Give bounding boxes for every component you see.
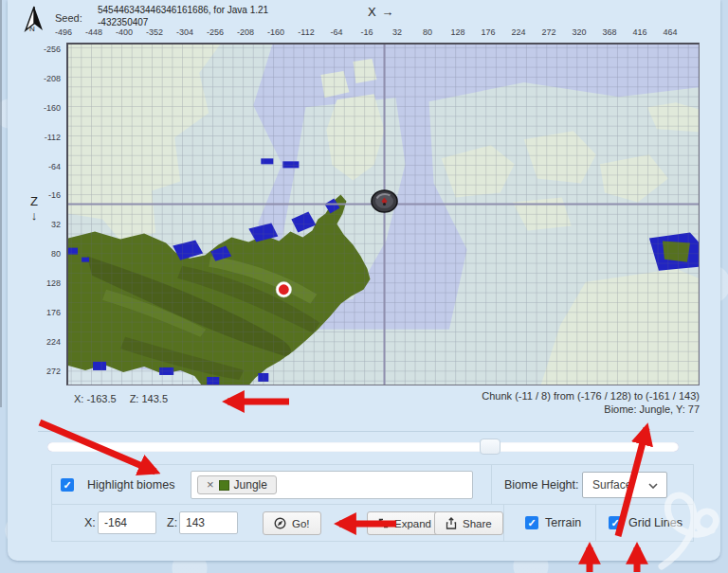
z-field-label: Z: xyxy=(167,516,177,529)
expand-icon xyxy=(378,518,389,528)
z-tick: -64 xyxy=(25,152,61,182)
x-tick: -304 xyxy=(170,27,200,37)
controls-row-biomes: ✓ Highlight biomes × Jungle Biome Height… xyxy=(52,465,693,505)
x-tick: 464 xyxy=(655,27,685,37)
x-tick: -112 xyxy=(291,27,321,37)
compass-icon xyxy=(274,517,286,529)
terrain-label: Terrain xyxy=(545,516,581,529)
x-tick: -64 xyxy=(321,27,352,37)
watermark-logo xyxy=(652,485,726,572)
divider xyxy=(491,465,492,505)
z-tick: -208 xyxy=(25,64,61,94)
biome-tag-jungle[interactable]: × Jungle xyxy=(197,475,277,494)
x-axis-title: X → xyxy=(368,5,394,19)
x-axis-ticks: -496 -448 -400 -352 -304 -256 -208 -160 … xyxy=(48,27,685,37)
x-tick: -352 xyxy=(139,27,170,37)
z-tick: 80 xyxy=(25,240,61,269)
share-button-label: Share xyxy=(463,518,492,529)
controls-row-navigate: X: Z: Go! Expand Share ✓ Terrain xyxy=(52,505,693,542)
grid-lines-checkbox[interactable]: ✓ xyxy=(609,516,622,529)
z-tick: 176 xyxy=(25,298,61,328)
x-tick: 368 xyxy=(594,27,625,37)
seed-map[interactable] xyxy=(66,43,700,385)
cursor-x: X: -163.5 xyxy=(74,393,117,404)
z-coordinate-field[interactable] xyxy=(179,511,238,534)
divider xyxy=(503,505,504,542)
biome-height-label: Biome Height: xyxy=(504,478,579,492)
go-button-label: Go! xyxy=(292,518,310,529)
z-tick: -256 xyxy=(25,35,61,64)
divider xyxy=(595,505,596,542)
chunk-info: Chunk (-11 / 8) from (-176 / 128) to (-1… xyxy=(482,389,700,416)
screenshot-edge xyxy=(0,0,2,407)
spawn-marker-icon[interactable] xyxy=(372,190,397,212)
z-tick: -160 xyxy=(25,94,61,123)
check-icon: ✓ xyxy=(63,479,71,491)
x-tick: 128 xyxy=(443,27,473,37)
expand-button-label: Expand xyxy=(394,518,431,529)
zoom-slider-handle[interactable] xyxy=(480,439,500,455)
x-tick: -400 xyxy=(109,27,139,37)
x-tick: 320 xyxy=(564,27,594,37)
x-tick: -160 xyxy=(261,27,291,37)
x-tick: 176 xyxy=(473,27,503,37)
highlight-biomes-checkbox[interactable]: ✓ xyxy=(61,478,74,492)
z-tick: -112 xyxy=(25,123,61,152)
biome-tag-label: Jungle xyxy=(234,478,267,492)
controls-panel: ✓ Highlight biomes × Jungle Biome Height… xyxy=(51,464,694,542)
check-icon: ✓ xyxy=(527,517,536,528)
z-tick: 272 xyxy=(25,357,61,386)
x-tick: 416 xyxy=(625,27,655,37)
close-icon[interactable]: × xyxy=(207,479,214,491)
zoom-slider[interactable] xyxy=(47,442,679,452)
x-tick: -448 xyxy=(79,27,109,37)
compass-n-label: N xyxy=(29,25,35,33)
biome-color-swatch xyxy=(219,480,229,491)
seed-map-canvas[interactable] xyxy=(68,45,699,385)
z-axis-title: Z ↓ xyxy=(27,194,42,223)
x-coordinate-field[interactable] xyxy=(98,511,156,534)
divider xyxy=(38,431,694,432)
chunk-range-text: Chunk (-11 / 8) from (-176 / 128) to (-1… xyxy=(482,389,700,403)
terrain-checkbox[interactable]: ✓ xyxy=(525,516,538,529)
biome-filter-input[interactable]: × Jungle xyxy=(191,471,473,499)
seed-label: Seed: xyxy=(55,12,82,24)
biome-info-text: Biome: Jungle, Y: 77 xyxy=(482,403,700,416)
share-button[interactable]: Share xyxy=(434,511,503,535)
x-tick: 272 xyxy=(534,27,564,37)
go-button[interactable]: Go! xyxy=(263,511,321,535)
x-tick: 80 xyxy=(412,27,443,37)
x-tick: -16 xyxy=(352,27,382,37)
z-axis-arrow-icon: ↓ xyxy=(27,208,42,223)
x-tick: 224 xyxy=(503,27,534,37)
cursor-z: Z: 143.5 xyxy=(130,393,168,404)
seed-value: 545446343446346161686, for Java 1.21 xyxy=(98,5,268,15)
z-tick: 128 xyxy=(25,269,61,298)
expand-button[interactable]: Expand xyxy=(367,511,443,535)
cursor-coordinates: X: -163.5Z: 143.5 xyxy=(74,393,181,404)
z-tick: 224 xyxy=(25,328,61,357)
x-tick: -208 xyxy=(230,27,261,37)
z-axis-letter: Z xyxy=(27,194,42,208)
seed-value-alt: -432350407 xyxy=(98,17,148,27)
biome-height-value: Surface xyxy=(592,478,631,492)
check-icon: ✓ xyxy=(610,517,619,528)
highlight-biomes-label: Highlight biomes xyxy=(87,478,174,492)
x-field-label: X: xyxy=(84,516,96,529)
x-tick: 32 xyxy=(382,27,412,37)
x-tick: -256 xyxy=(200,27,230,37)
share-icon xyxy=(446,517,457,529)
selected-point-marker[interactable] xyxy=(276,281,291,296)
